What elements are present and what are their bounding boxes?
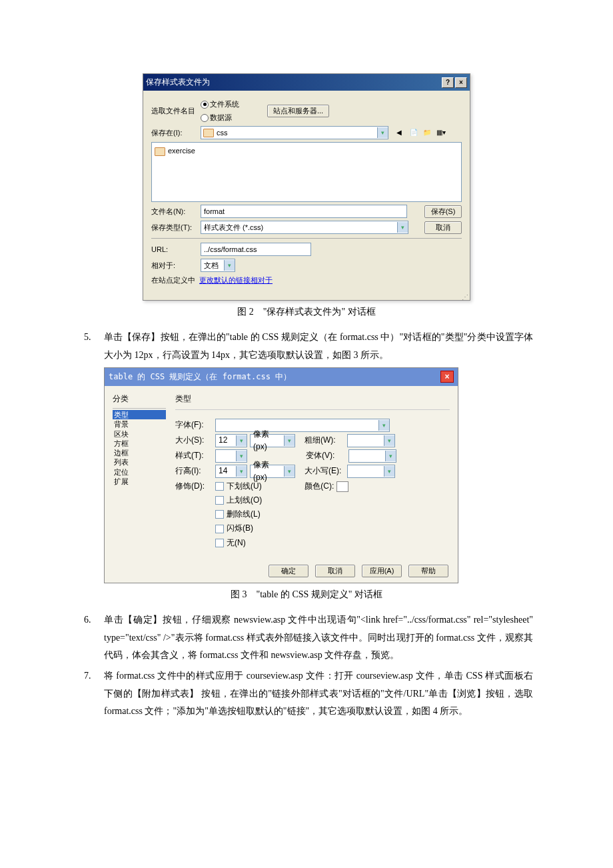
variant-label: 变体(V): (306, 449, 346, 462)
css-rule-dialog: table 的 CSS 规则定义（在 format.css 中） × 分类 类型… (104, 367, 458, 583)
dialog2-title: table 的 CSS 规则定义（在 format.css 中） (109, 371, 291, 383)
folder-icon (155, 147, 165, 156)
props-title: 类型 (175, 393, 450, 405)
cat-list[interactable]: 列表 (113, 457, 166, 467)
variant-combo[interactable]: ▾ (348, 449, 396, 463)
size-combo[interactable]: 12▾ (215, 434, 247, 447)
site-server-button[interactable]: 站点和服务器... (267, 105, 329, 117)
apply-button[interactable]: 应用(A) (362, 565, 402, 577)
chevron-down-icon[interactable]: ▾ (397, 222, 408, 233)
case-label: 大小写(E): (305, 465, 344, 477)
category-list[interactable]: 类型 背景 区块 方框 边框 列表 定位 扩展 (113, 408, 166, 486)
save-stylesheet-dialog: 保存样式表文件为 ? × 选取文件名目 文件系统 数据源 站点和服务器... 保… (143, 73, 470, 301)
lineheight-label: 行高(I): (175, 465, 213, 477)
step-7: 将 format.css 文件中的样式应用于 courseview.asp 文件… (80, 667, 533, 721)
chevron-down-icon[interactable]: ▾ (384, 466, 394, 477)
dialog2-titlebar: table 的 CSS 规则定义（在 format.css 中） × (105, 368, 458, 386)
help-button[interactable]: 帮助 (408, 565, 448, 577)
chk-linethrough[interactable]: 删除线(L) (215, 508, 262, 521)
weight-combo[interactable]: ▾ (347, 434, 395, 447)
chk-underline[interactable]: 下划线(U) (215, 480, 262, 493)
radio-datasource[interactable]: 数据源 (201, 112, 239, 124)
save-button[interactable]: 保存(S) (424, 205, 462, 218)
chevron-down-icon[interactable]: ▾ (377, 127, 388, 138)
cat-box[interactable]: 方框 (113, 439, 166, 448)
lineheight-unit-combo[interactable]: 像素(px)▾ (250, 465, 295, 478)
savein-label: 保存在(I): (151, 127, 197, 139)
resize-grip-icon[interactable]: ⋰ (143, 295, 470, 300)
size-unit-combo[interactable]: 像素(px)▾ (250, 434, 295, 447)
folder-item[interactable]: exercise (155, 145, 458, 157)
chevron-down-icon[interactable]: ▾ (378, 420, 389, 431)
filename-label: 文件名(N): (151, 206, 197, 218)
chk-none[interactable]: 无(N) (215, 537, 262, 549)
cat-border[interactable]: 边框 (113, 448, 166, 457)
relative-label: 相对于: (151, 260, 197, 272)
footer-text: 在站点定义中 (151, 275, 195, 287)
chevron-down-icon[interactable]: ▾ (385, 451, 396, 461)
cat-pos[interactable]: 定位 (113, 467, 166, 477)
filetype-combo[interactable]: 样式表文件 (*.css) ▾ (201, 221, 408, 234)
size-label: 大小(S): (175, 434, 213, 447)
style-label: 样式(T): (175, 449, 213, 462)
chevron-down-icon[interactable]: ▾ (236, 435, 247, 446)
chevron-down-icon[interactable]: ▾ (384, 435, 394, 446)
relative-combo[interactable]: 文档 ▾ (201, 259, 235, 272)
close-icon[interactable]: × (455, 77, 467, 88)
font-label: 字体(F): (175, 419, 213, 431)
font-combo[interactable]: ▾ (215, 419, 390, 432)
step-6: 单击【确定】按钮，仔细观察 newsview.asp 文件中出现语句"<link… (80, 611, 533, 665)
figure2-caption: 图 2 "保存样式表文件为" 对话框 (80, 305, 533, 319)
cat-type[interactable]: 类型 (113, 410, 166, 419)
up-icon[interactable]: 📄 (410, 127, 420, 138)
color-label: 颜色(C): (305, 480, 334, 493)
dialog1-titlebar: 保存样式表文件为 ? × (143, 74, 470, 91)
chevron-down-icon[interactable]: ▾ (284, 435, 295, 446)
viewmenu-icon[interactable]: ▦▾ (436, 127, 447, 138)
chevron-down-icon[interactable]: ▾ (236, 451, 247, 461)
cancel-button[interactable]: 取消 (424, 221, 462, 234)
help-icon[interactable]: ? (442, 77, 454, 88)
step-5: 单击【保存】按钮，在弹出的"table 的 CSS 规则定义（在 format.… (80, 329, 533, 364)
dialog1-title: 保存样式表文件为 (146, 76, 210, 89)
close-icon[interactable]: × (440, 371, 454, 383)
style-combo[interactable]: ▾ (215, 449, 247, 463)
weight-label: 粗细(W): (305, 434, 344, 447)
case-combo[interactable]: ▾ (347, 465, 395, 478)
color-swatch[interactable] (336, 481, 348, 492)
select-label: 选取文件名目 (151, 105, 197, 117)
lineheight-combo[interactable]: 14▾ (215, 465, 247, 478)
chk-blink[interactable]: 闪烁(B) (215, 522, 262, 535)
ok-button[interactable]: 确定 (269, 565, 308, 577)
filename-input[interactable]: format (201, 205, 407, 218)
back-icon[interactable]: ◀ (396, 127, 407, 138)
decoration-label: 修饰(D): (175, 480, 213, 493)
filetype-label: 保存类型(T): (151, 222, 197, 234)
newfolder-icon[interactable]: 📁 (423, 127, 434, 138)
chevron-down-icon[interactable]: ▾ (284, 466, 295, 477)
chevron-down-icon[interactable]: ▾ (224, 260, 235, 271)
category-title: 分类 (113, 393, 166, 405)
chevron-down-icon[interactable]: ▾ (236, 466, 247, 477)
radio-filesystem[interactable]: 文件系统 (201, 99, 239, 111)
savein-combo[interactable]: css ▾ (201, 126, 388, 139)
file-list-view[interactable]: exercise (151, 142, 462, 202)
change-default-link[interactable]: 更改默认的链接相对于 (199, 275, 273, 287)
cat-ext[interactable]: 扩展 (113, 477, 166, 486)
cat-block[interactable]: 区块 (113, 429, 166, 439)
cancel-button[interactable]: 取消 (315, 565, 355, 577)
cat-bg[interactable]: 背景 (113, 419, 166, 429)
url-input[interactable]: ../css/format.css (201, 243, 311, 256)
url-label: URL: (151, 244, 197, 256)
chk-overline[interactable]: 上划线(O) (215, 494, 262, 507)
figure3-caption: 图 3 "table 的 CSS 规则定义" 对话框 (80, 587, 533, 602)
